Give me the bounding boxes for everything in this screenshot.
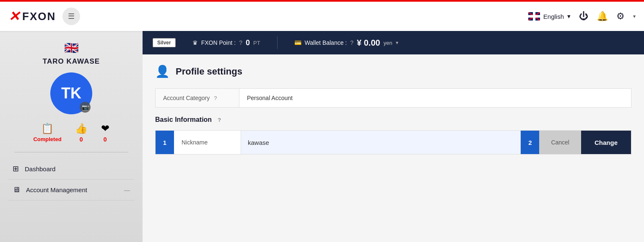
nickname-input[interactable] bbox=[241, 131, 521, 154]
uk-flag-icon bbox=[528, 12, 540, 21]
points-unit: PT bbox=[253, 40, 260, 46]
wallet-label: Wallet Balance : bbox=[305, 39, 347, 46]
sidebar-item-dashboard[interactable]: ⊞ Dashboard bbox=[8, 158, 134, 180]
favorites-count: 0 bbox=[104, 136, 107, 143]
balance-unit: yen bbox=[384, 40, 392, 46]
logo-text: FXON bbox=[22, 10, 56, 23]
avatar-wrap: TK 📷 bbox=[50, 72, 92, 114]
stat-likes: 👍 0 bbox=[75, 123, 88, 143]
sidebar-item-account-management[interactable]: 🖥 Account Management — bbox=[8, 180, 134, 201]
logo: ✕ FXON bbox=[8, 8, 56, 24]
basic-info-heading: Basic Information ? bbox=[155, 116, 631, 124]
account-category-label-cell: Account Category ? bbox=[156, 89, 239, 108]
user-flag: 🇬🇧 bbox=[64, 41, 79, 55]
step-1-badge: 1 bbox=[156, 131, 174, 154]
sidebar-divider bbox=[14, 152, 128, 152]
avatar-initials: TK bbox=[61, 85, 81, 102]
balance-value: ¥ 0.00 bbox=[357, 38, 380, 48]
stats-row: 📋 Completed 👍 0 ❤ 0 bbox=[33, 123, 109, 143]
wallet-icon: 💳 bbox=[294, 39, 301, 46]
balance-chevron[interactable]: ▾ bbox=[396, 40, 398, 46]
likes-count: 0 bbox=[80, 136, 83, 143]
fxon-point-help-icon[interactable]: ? bbox=[239, 39, 242, 46]
points-value: 0 bbox=[246, 39, 250, 47]
avatar-camera-icon[interactable]: 📷 bbox=[80, 102, 91, 113]
nickname-label: Nickname bbox=[182, 139, 208, 146]
account-category-label: Account Category bbox=[163, 95, 210, 101]
gear-chevron: ▾ bbox=[633, 13, 636, 19]
silver-badge: Silver bbox=[153, 38, 176, 47]
thumbs-up-icon: 👍 bbox=[75, 123, 88, 134]
change-button[interactable]: Change bbox=[581, 131, 631, 154]
fxon-point-label: FXON Point : bbox=[201, 39, 236, 46]
dashboard-icon: ⊞ bbox=[13, 164, 19, 173]
wallet-balance-item: 💳 Wallet Balance : ? ¥ 0.00 yen ▾ bbox=[294, 38, 398, 48]
fxon-point-item: ♛ FXON Point : ? 0 PT bbox=[192, 39, 260, 47]
sidebar-item-label-dashboard: Dashboard bbox=[25, 165, 55, 172]
account-management-icon: 🖥 bbox=[13, 185, 20, 194]
banner-divider bbox=[277, 36, 278, 49]
nickname-label-cell: Nickname bbox=[174, 131, 241, 154]
top-banner: Silver ♛ FXON Point : ? 0 PT 💳 Wallet Ba… bbox=[143, 31, 644, 54]
nav-left: ✕ FXON ☰ bbox=[8, 8, 80, 25]
account-category-value: Personal Account bbox=[247, 95, 293, 101]
gear-icon[interactable]: ⚙ bbox=[616, 11, 625, 22]
nav-right: English ▾ ⏻ 🔔 ⚙ ▾ bbox=[528, 11, 636, 22]
lang-chevron-icon: ▾ bbox=[567, 13, 571, 20]
account-management-collapse: — bbox=[124, 187, 130, 193]
stat-completed: 📋 Completed bbox=[33, 123, 61, 142]
crown-icon: ♛ bbox=[192, 39, 198, 46]
wallet-help-icon[interactable]: ? bbox=[350, 39, 353, 46]
sidebar: 🇬🇧 TARO KAWASE TK 📷 📋 Completed 👍 0 ❤ 0 bbox=[0, 31, 143, 242]
main-layout: 🇬🇧 TARO KAWASE TK 📷 📋 Completed 👍 0 ❤ 0 bbox=[0, 31, 644, 242]
nickname-row: 1 Nickname 2 Cancel Change bbox=[155, 130, 631, 154]
page-title: Profile settings bbox=[176, 66, 242, 77]
account-category-help-icon[interactable]: ? bbox=[214, 95, 217, 101]
cancel-button[interactable]: Cancel bbox=[539, 131, 581, 154]
user-name: TARO KAWASE bbox=[43, 57, 100, 66]
account-category-value-cell: Personal Account bbox=[239, 89, 631, 108]
content-area: Silver ♛ FXON Point : ? 0 PT 💳 Wallet Ba… bbox=[143, 31, 644, 242]
completed-label: Completed bbox=[33, 136, 61, 142]
account-category-row: Account Category ? Personal Account bbox=[156, 89, 631, 108]
basic-info-label: Basic Information bbox=[155, 116, 212, 124]
completed-icon: 📋 bbox=[41, 123, 54, 134]
sidebar-item-label-account: Account Management bbox=[26, 186, 87, 193]
sidebar-navigation: ⊞ Dashboard 🖥 Account Management — bbox=[0, 158, 143, 201]
language-selector[interactable]: English ▾ bbox=[528, 12, 571, 21]
account-category-table: Account Category ? Personal Account bbox=[155, 88, 631, 108]
basic-info-help-icon[interactable]: ? bbox=[218, 117, 221, 123]
hamburger-icon: ☰ bbox=[68, 12, 75, 21]
profile-content: 👤 Profile settings Account Category ? Pe… bbox=[143, 54, 644, 242]
logo-x: ✕ bbox=[8, 8, 20, 24]
menu-button[interactable]: ☰ bbox=[62, 8, 80, 25]
stat-favorites: ❤ 0 bbox=[101, 123, 109, 143]
top-navigation: ✕ FXON ☰ English ▾ ⏻ 🔔 ⚙ ▾ bbox=[0, 0, 644, 31]
step-2-badge: 2 bbox=[521, 131, 539, 154]
power-icon[interactable]: ⏻ bbox=[579, 11, 588, 22]
bell-icon[interactable]: 🔔 bbox=[597, 11, 608, 22]
heart-icon: ❤ bbox=[101, 123, 109, 134]
page-title-row: 👤 Profile settings bbox=[155, 64, 631, 78]
profile-page-icon: 👤 bbox=[155, 64, 170, 78]
language-label: English bbox=[543, 13, 564, 20]
